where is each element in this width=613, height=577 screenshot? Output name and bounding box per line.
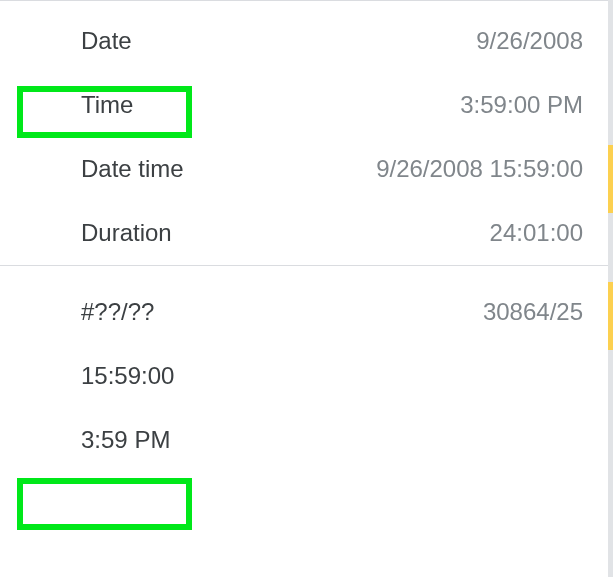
format-label: Date time bbox=[81, 155, 184, 183]
format-label: 3:59 PM bbox=[81, 426, 170, 454]
format-row-date[interactable]: Date 9/26/2008 bbox=[0, 9, 613, 73]
datetime-section: Date 9/26/2008 Time 3:59:00 PM Date time… bbox=[0, 1, 613, 265]
annotation-highlight-time12 bbox=[17, 478, 192, 530]
format-row-duration[interactable]: Duration 24:01:00 bbox=[0, 201, 613, 265]
format-row-datetime[interactable]: Date time 9/26/2008 15:59:00 bbox=[0, 137, 613, 201]
format-label: Duration bbox=[81, 219, 172, 247]
format-row-time12[interactable]: 3:59 PM bbox=[0, 408, 613, 472]
custom-formats-section: #??/?? 30864/25 15:59:00 3:59 PM bbox=[0, 266, 613, 472]
format-value: 30864/25 bbox=[483, 298, 583, 326]
format-label: 15:59:00 bbox=[81, 362, 174, 390]
format-value: 24:01:00 bbox=[490, 219, 583, 247]
format-label: Time bbox=[81, 91, 133, 119]
format-row-fraction[interactable]: #??/?? 30864/25 bbox=[0, 280, 613, 344]
format-row-time24[interactable]: 15:59:00 bbox=[0, 344, 613, 408]
scrollbar-marker-2 bbox=[608, 282, 613, 350]
format-row-time[interactable]: Time 3:59:00 PM bbox=[0, 73, 613, 137]
format-label: Date bbox=[81, 27, 132, 55]
scrollbar-marker-1 bbox=[608, 145, 613, 213]
format-label: #??/?? bbox=[81, 298, 154, 326]
format-value: 9/26/2008 bbox=[476, 27, 583, 55]
formats-panel: Date 9/26/2008 Time 3:59:00 PM Date time… bbox=[0, 0, 613, 577]
format-value: 9/26/2008 15:59:00 bbox=[376, 155, 583, 183]
format-value: 3:59:00 PM bbox=[460, 91, 583, 119]
